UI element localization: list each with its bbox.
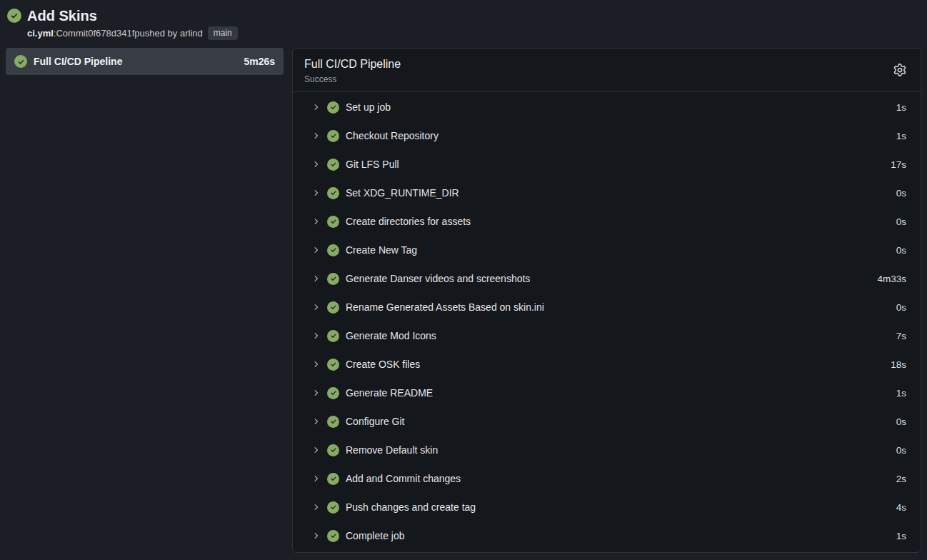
chevron-right-icon [312,446,321,454]
step-row[interactable]: Create OSK files 18s [293,350,921,379]
step-name: Create OSK files [346,359,420,370]
step-duration: 0s [896,216,906,227]
chevron-right-icon [312,103,321,111]
run-success-icon [7,9,21,23]
step-row[interactable]: Create New Tag 0s [293,236,921,264]
job-success-icon [14,55,27,68]
step-success-icon [327,387,339,399]
step-duration: 0s [896,188,906,199]
step-row[interactable]: Configure Git 0s [293,407,921,436]
chevron-right-icon [312,389,321,397]
commit-sha-link[interactable]: 0f678d341f [88,28,134,39]
chevron-right-icon [312,160,321,169]
step-name: Generate README [346,387,433,399]
step-name: Checkout Repository [346,130,439,141]
step-row[interactable]: Git LFS Pull 17s [293,150,921,179]
panel-header: Full CI/CD Pipeline Success [293,49,921,92]
job-name: Full CI/CD Pipeline [34,56,122,67]
chevron-right-icon [312,360,321,369]
step-row[interactable]: Rename Generated Assets Based on skin.in… [293,293,921,321]
step-name: Git LFS Pull [346,159,399,170]
step-name: Create New Tag [346,244,417,256]
step-duration: 1s [896,388,906,399]
step-row[interactable]: Generate Danser videos and screenshots 4… [293,264,921,293]
chevron-right-icon [312,131,321,140]
step-row[interactable]: Set up job 1s [293,93,921,121]
panel-title: Full CI/CD Pipeline [304,57,909,71]
step-success-icon [327,130,339,142]
step-duration: 2s [896,474,906,484]
step-success-icon [327,159,339,171]
step-name: Complete job [346,530,405,541]
step-duration: 17s [891,159,906,170]
step-duration: 4s [896,502,906,513]
gear-icon[interactable] [893,64,906,76]
step-success-icon [327,244,339,256]
step-row[interactable]: Push changes and create tag 4s [293,493,921,521]
jobs-sidebar: Full CI/CD Pipeline 5m26s [6,48,284,75]
step-name: Push changes and create tag [346,501,476,513]
step-row[interactable]: Complete job 1s [293,521,921,550]
run-panel: Full CI/CD Pipeline Success Set up job 1… [292,48,921,553]
sidebar-job-item[interactable]: Full CI/CD Pipeline 5m26s [6,48,284,75]
chevron-right-icon [312,531,321,540]
step-success-icon [327,530,339,542]
step-row[interactable]: Generate README 1s [293,379,921,407]
run-subtitle: ci.yml: Commit 0f678d341f pushed by arli… [27,26,238,40]
page-title: Add Skins [27,7,238,24]
step-name: Add and Commit changes [346,473,461,484]
chevron-right-icon [312,331,321,340]
run-header: Add Skins ci.yml: Commit 0f678d341f push… [6,6,921,40]
step-duration: 0s [896,416,906,427]
chevron-right-icon [312,217,321,226]
step-success-icon [327,216,339,228]
step-row[interactable]: Generate Mod Icons 7s [293,321,921,350]
step-duration: 0s [896,445,906,456]
panel-status-text: Success [304,74,909,84]
step-row[interactable]: Set XDG_RUNTIME_DIR 0s [293,179,921,207]
chevron-right-icon [312,503,321,511]
step-row[interactable]: Remove Default skin 0s [293,436,921,464]
step-duration: 0s [896,302,906,313]
step-name: Set XDG_RUNTIME_DIR [346,187,459,199]
step-name: Rename Generated Assets Based on skin.in… [346,301,544,313]
chevron-right-icon [312,474,321,483]
step-name: Set up job [346,101,391,113]
commit-suffix: pushed by arlind [134,28,202,39]
step-name: Configure Git [346,416,404,427]
step-row[interactable]: Add and Commit changes 2s [293,464,921,493]
step-duration: 1s [896,531,906,541]
step-success-icon [327,301,339,314]
step-success-icon [327,473,339,485]
step-success-icon [327,101,339,114]
step-name: Generate Mod Icons [346,330,436,341]
step-duration: 4m33s [877,274,906,284]
step-success-icon [327,187,339,199]
workflow-file-label: ci.yml [27,28,54,39]
step-success-icon [327,359,339,371]
chevron-right-icon [312,274,321,283]
step-duration: 1s [896,102,906,113]
step-name: Create directories for assets [346,216,471,227]
step-duration: 0s [896,245,906,256]
branch-badge[interactable]: main [208,26,238,40]
step-name: Remove Default skin [346,444,438,456]
step-success-icon [327,330,339,342]
step-duration: 7s [896,331,906,341]
step-name: Generate Danser videos and screenshots [346,273,530,284]
step-success-icon [327,501,339,514]
chevron-right-icon [312,417,321,426]
step-duration: 18s [891,359,906,370]
step-success-icon [327,416,339,428]
chevron-right-icon [312,189,321,197]
step-success-icon [327,444,339,456]
steps-list: Set up job 1s Checkout Repository 1s G [293,92,921,552]
step-row[interactable]: Create directories for assets 0s [293,207,921,236]
step-success-icon [327,273,339,285]
chevron-right-icon [312,303,321,311]
step-duration: 1s [896,131,906,141]
step-row[interactable]: Checkout Repository 1s [293,121,921,150]
chevron-right-icon [312,246,321,254]
commit-prefix: Commit [56,28,88,39]
job-duration: 5m26s [244,56,275,67]
